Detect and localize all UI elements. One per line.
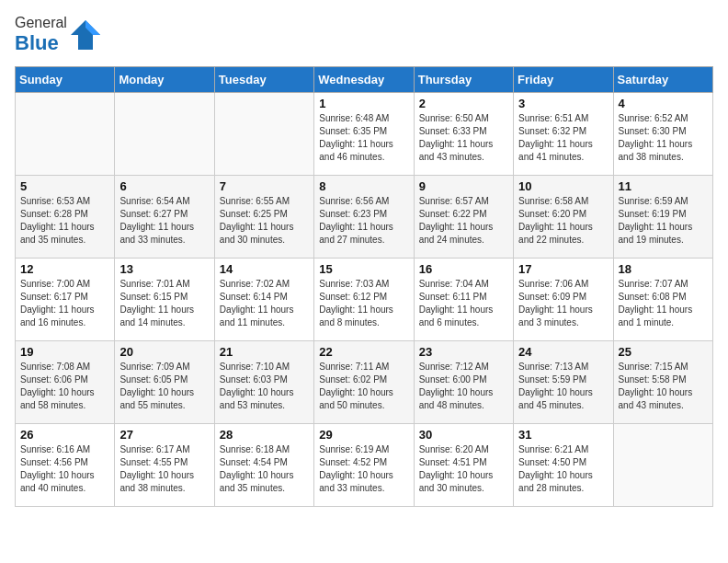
day-info: Sunrise: 7:04 AM Sunset: 6:11 PM Dayligh… <box>419 278 508 329</box>
day-info: Sunrise: 7:06 AM Sunset: 6:09 PM Dayligh… <box>518 278 608 329</box>
day-info: Sunrise: 6:48 AM Sunset: 6:35 PM Dayligh… <box>319 112 408 164</box>
day-number: 22 <box>319 345 408 359</box>
calendar-cell: 19Sunrise: 7:08 AM Sunset: 6:06 PM Dayli… <box>16 341 115 424</box>
day-info: Sunrise: 6:18 AM Sunset: 4:54 PM Dayligh… <box>220 443 309 495</box>
calendar-cell: 10Sunrise: 6:58 AM Sunset: 6:20 PM Dayli… <box>514 176 613 259</box>
calendar-cell: 13Sunrise: 7:01 AM Sunset: 6:15 PM Dayli… <box>115 259 214 341</box>
day-info: Sunrise: 7:15 AM Sunset: 5:58 PM Dayligh… <box>619 361 708 412</box>
day-number: 10 <box>518 179 608 193</box>
calendar-cell: 16Sunrise: 7:04 AM Sunset: 6:11 PM Dayli… <box>414 259 513 341</box>
day-number: 8 <box>319 179 408 193</box>
day-info: Sunrise: 7:08 AM Sunset: 6:06 PM Dayligh… <box>20 361 109 412</box>
day-number: 4 <box>619 97 708 110</box>
day-info: Sunrise: 6:56 AM Sunset: 6:23 PM Dayligh… <box>319 195 408 247</box>
calendar-cell: 17Sunrise: 7:06 AM Sunset: 6:09 PM Dayli… <box>514 259 613 341</box>
calendar-cell: 20Sunrise: 7:09 AM Sunset: 6:05 PM Dayli… <box>115 341 214 424</box>
day-number: 16 <box>419 262 508 276</box>
day-info: Sunrise: 6:51 AM Sunset: 6:32 PM Dayligh… <box>518 112 608 164</box>
day-number: 2 <box>419 97 508 110</box>
header-thursday: Thursday <box>414 67 513 93</box>
week-row-4: 19Sunrise: 7:08 AM Sunset: 6:06 PM Dayli… <box>16 341 713 424</box>
day-info: Sunrise: 6:21 AM Sunset: 4:50 PM Dayligh… <box>518 443 608 495</box>
day-info: Sunrise: 6:54 AM Sunset: 6:27 PM Dayligh… <box>119 195 209 247</box>
week-row-1: 1Sunrise: 6:48 AM Sunset: 6:35 PM Daylig… <box>16 93 713 176</box>
logo: General Blue <box>15 15 102 55</box>
calendar-cell: 8Sunrise: 6:56 AM Sunset: 6:23 PM Daylig… <box>314 176 414 259</box>
day-number: 12 <box>20 262 109 276</box>
day-info: Sunrise: 7:00 AM Sunset: 6:17 PM Dayligh… <box>20 278 109 329</box>
calendar-cell: 22Sunrise: 7:11 AM Sunset: 6:02 PM Dayli… <box>314 341 414 424</box>
day-number: 3 <box>518 97 608 110</box>
calendar-cell: 29Sunrise: 6:19 AM Sunset: 4:52 PM Dayli… <box>314 424 414 507</box>
day-number: 26 <box>20 428 109 442</box>
calendar-cell: 28Sunrise: 6:18 AM Sunset: 4:54 PM Dayli… <box>214 424 313 507</box>
day-number: 11 <box>619 179 708 193</box>
day-info: Sunrise: 6:17 AM Sunset: 4:55 PM Dayligh… <box>119 443 209 495</box>
calendar-cell: 24Sunrise: 7:13 AM Sunset: 5:59 PM Dayli… <box>514 341 613 424</box>
day-number: 1 <box>319 97 408 110</box>
week-row-2: 5Sunrise: 6:53 AM Sunset: 6:28 PM Daylig… <box>16 176 713 259</box>
day-number: 28 <box>220 428 309 442</box>
page-header: General Blue <box>15 15 713 55</box>
day-number: 23 <box>419 345 508 359</box>
day-info: Sunrise: 7:09 AM Sunset: 6:05 PM Dayligh… <box>119 361 209 412</box>
calendar-cell <box>613 424 712 507</box>
day-info: Sunrise: 6:57 AM Sunset: 6:22 PM Dayligh… <box>419 195 508 247</box>
day-number: 13 <box>119 262 209 276</box>
calendar-cell: 12Sunrise: 7:00 AM Sunset: 6:17 PM Dayli… <box>16 259 115 341</box>
calendar-cell: 15Sunrise: 7:03 AM Sunset: 6:12 PM Dayli… <box>314 259 414 341</box>
header-sunday: Sunday <box>16 67 115 93</box>
day-number: 14 <box>220 262 309 276</box>
header-monday: Monday <box>115 67 214 93</box>
calendar-cell <box>16 93 115 176</box>
calendar-cell: 9Sunrise: 6:57 AM Sunset: 6:22 PM Daylig… <box>414 176 513 259</box>
day-number: 29 <box>319 428 408 442</box>
day-info: Sunrise: 6:50 AM Sunset: 6:33 PM Dayligh… <box>419 112 508 164</box>
calendar-cell: 7Sunrise: 6:55 AM Sunset: 6:25 PM Daylig… <box>214 176 313 259</box>
day-info: Sunrise: 6:52 AM Sunset: 6:30 PM Dayligh… <box>619 112 708 164</box>
day-number: 21 <box>220 345 309 359</box>
calendar-table: SundayMondayTuesdayWednesdayThursdayFrid… <box>15 66 713 507</box>
day-info: Sunrise: 6:20 AM Sunset: 4:51 PM Dayligh… <box>419 443 508 495</box>
calendar-cell: 26Sunrise: 6:16 AM Sunset: 4:56 PM Dayli… <box>16 424 115 507</box>
weekday-header-row: SundayMondayTuesdayWednesdayThursdayFrid… <box>16 67 713 93</box>
day-info: Sunrise: 6:58 AM Sunset: 6:20 PM Dayligh… <box>518 195 608 247</box>
week-row-5: 26Sunrise: 6:16 AM Sunset: 4:56 PM Dayli… <box>16 424 713 507</box>
calendar-cell <box>214 93 313 176</box>
day-number: 18 <box>619 262 708 276</box>
day-info: Sunrise: 6:55 AM Sunset: 6:25 PM Dayligh… <box>220 195 309 247</box>
calendar-cell: 11Sunrise: 6:59 AM Sunset: 6:19 PM Dayli… <box>613 176 712 259</box>
day-number: 17 <box>518 262 608 276</box>
day-info: Sunrise: 6:19 AM Sunset: 4:52 PM Dayligh… <box>319 443 408 495</box>
day-info: Sunrise: 7:10 AM Sunset: 6:03 PM Dayligh… <box>220 361 309 412</box>
day-info: Sunrise: 7:11 AM Sunset: 6:02 PM Dayligh… <box>319 361 408 412</box>
day-number: 31 <box>518 428 608 442</box>
day-number: 20 <box>119 345 209 359</box>
day-info: Sunrise: 7:03 AM Sunset: 6:12 PM Dayligh… <box>319 278 408 329</box>
calendar-cell: 23Sunrise: 7:12 AM Sunset: 6:00 PM Dayli… <box>414 341 513 424</box>
header-wednesday: Wednesday <box>314 67 414 93</box>
logo-general-text: General <box>15 15 67 30</box>
day-number: 6 <box>119 179 209 193</box>
header-saturday: Saturday <box>613 67 712 93</box>
calendar-cell: 6Sunrise: 6:54 AM Sunset: 6:27 PM Daylig… <box>115 176 214 259</box>
day-info: Sunrise: 6:53 AM Sunset: 6:28 PM Dayligh… <box>20 195 109 247</box>
calendar-cell <box>115 93 214 176</box>
calendar-cell: 1Sunrise: 6:48 AM Sunset: 6:35 PM Daylig… <box>314 93 414 176</box>
calendar-cell: 14Sunrise: 7:02 AM Sunset: 6:14 PM Dayli… <box>214 259 313 341</box>
day-info: Sunrise: 7:02 AM Sunset: 6:14 PM Dayligh… <box>220 278 309 329</box>
day-info: Sunrise: 7:13 AM Sunset: 5:59 PM Dayligh… <box>518 361 608 412</box>
day-number: 30 <box>419 428 508 442</box>
calendar-cell: 5Sunrise: 6:53 AM Sunset: 6:28 PM Daylig… <box>16 176 115 259</box>
calendar-cell: 27Sunrise: 6:17 AM Sunset: 4:55 PM Dayli… <box>115 424 214 507</box>
header-friday: Friday <box>514 67 613 93</box>
day-number: 15 <box>319 262 408 276</box>
day-number: 9 <box>419 179 508 193</box>
logo-blue-text: Blue <box>15 31 59 54</box>
day-number: 25 <box>619 345 708 359</box>
day-info: Sunrise: 6:16 AM Sunset: 4:56 PM Dayligh… <box>20 443 109 495</box>
calendar-cell: 30Sunrise: 6:20 AM Sunset: 4:51 PM Dayli… <box>414 424 513 507</box>
day-info: Sunrise: 7:07 AM Sunset: 6:08 PM Dayligh… <box>619 278 708 329</box>
logo-icon <box>69 18 102 52</box>
calendar-cell: 3Sunrise: 6:51 AM Sunset: 6:32 PM Daylig… <box>514 93 613 176</box>
